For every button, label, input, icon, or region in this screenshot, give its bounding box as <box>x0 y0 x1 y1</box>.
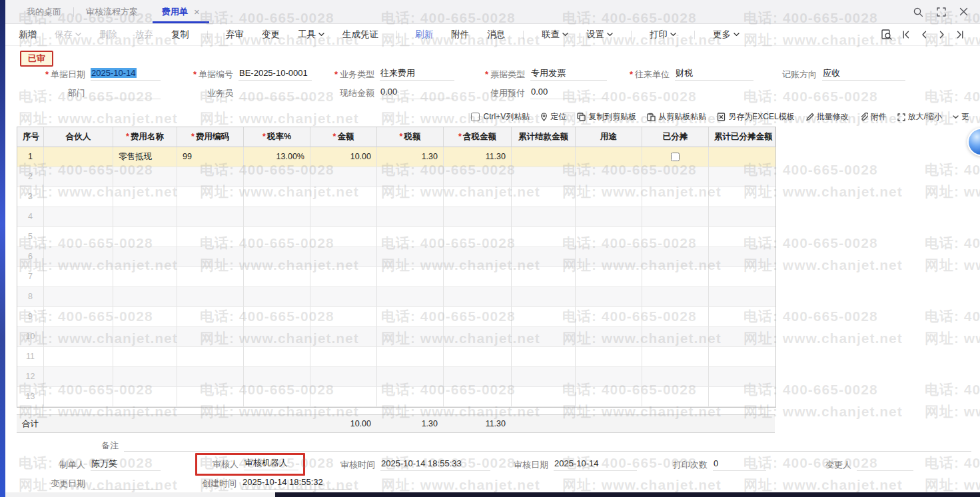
cell-allocated-total[interactable] <box>709 287 775 307</box>
cell-expense-name[interactable] <box>113 187 177 207</box>
field-creator[interactable]: 制单人陈万笑 <box>19 458 161 471</box>
grid-toolbar-zoom-toggle[interactable]: 放大/缩小 <box>897 111 942 123</box>
cell-allocated[interactable] <box>642 307 709 327</box>
cell-expense-name[interactable]: 零售抵现 <box>113 147 177 167</box>
cell-amount[interactable] <box>310 287 377 307</box>
cell-partner[interactable] <box>44 367 113 387</box>
last-page-icon[interactable] <box>956 31 964 39</box>
cell-seq[interactable]: 2 <box>17 167 44 187</box>
table-row-empty[interactable]: 11 <box>17 347 775 367</box>
cell-amount[interactable] <box>310 387 377 407</box>
cell-seq[interactable]: 9 <box>17 307 44 327</box>
cell-expense-name[interactable] <box>113 387 177 407</box>
cell-amount-with-tax[interactable] <box>444 347 512 367</box>
cell-seq[interactable]: 3 <box>17 187 44 207</box>
col-header-tax-rate[interactable]: *税率% <box>244 127 310 147</box>
cell-amount[interactable] <box>310 327 377 347</box>
scrollbar-thumb[interactable] <box>275 492 980 497</box>
field-audit-date-input[interactable]: 2025-10-14 <box>554 458 637 471</box>
cell-amount-with-tax[interactable] <box>444 267 512 287</box>
close-icon[interactable] <box>959 7 968 16</box>
cell-settled-total[interactable] <box>512 387 576 407</box>
cell-purpose[interactable] <box>576 387 642 407</box>
cell-settled-total[interactable] <box>512 367 576 387</box>
cell-expense-code[interactable] <box>177 387 244 407</box>
cell-partner[interactable] <box>44 387 113 407</box>
field-remark[interactable]: 备注 <box>19 438 971 452</box>
field-bill-no[interactable]: *单据编号BE-2025-10-0001 <box>167 67 312 81</box>
cell-purpose[interactable] <box>576 327 642 347</box>
cell-settled-total[interactable] <box>512 267 576 287</box>
toolbar-refresh-button[interactable]: 刷新 <box>415 29 433 41</box>
field-auditor[interactable]: 审核人审核机器人 <box>195 453 305 476</box>
field-invoice-type[interactable]: *票据类型专用发票 <box>458 67 607 81</box>
col-header-expense-name[interactable]: *费用名称 <box>113 127 177 147</box>
cell-amount-with-tax[interactable] <box>444 187 512 207</box>
toolbar-discard-button[interactable]: 放弃 <box>135 29 153 41</box>
cell-seq[interactable]: 13 <box>17 387 44 407</box>
cell-partner[interactable] <box>44 327 113 347</box>
cell-allocated[interactable] <box>642 147 709 167</box>
cell-expense-code[interactable] <box>177 247 244 267</box>
cell-tax[interactable] <box>377 187 444 207</box>
toolbar-copy-button[interactable]: 复制 <box>171 29 189 41</box>
cell-tax-rate[interactable] <box>244 187 310 207</box>
cell-seq[interactable]: 1 <box>17 147 44 167</box>
cell-amount[interactable]: 10.00 <box>310 147 377 167</box>
cell-expense-name[interactable] <box>113 287 177 307</box>
cell-amount[interactable] <box>310 267 377 287</box>
cell-tax[interactable] <box>377 227 444 247</box>
cell-amount[interactable] <box>310 347 377 367</box>
cell-expense-code[interactable] <box>177 227 244 247</box>
cell-tax-rate[interactable] <box>244 327 310 347</box>
table-row-empty[interactable]: 7 <box>17 267 775 287</box>
cell-expense-code[interactable] <box>177 327 244 347</box>
cell-settled-total[interactable] <box>512 347 576 367</box>
cell-amount-with-tax[interactable] <box>444 287 512 307</box>
cell-allocated[interactable] <box>642 267 709 287</box>
cell-amount-with-tax[interactable] <box>444 247 512 267</box>
field-print-count[interactable]: 打印次数0 <box>666 458 766 471</box>
grid-toolbar-copy-to-clipboard[interactable]: 复制到剪贴板 <box>577 111 636 123</box>
fullscreen-icon[interactable] <box>937 7 946 17</box>
cell-partner[interactable] <box>44 347 113 367</box>
field-cash-settle-amount[interactable]: 现结金额0.00 <box>308 86 454 99</box>
cell-allocated[interactable] <box>642 167 709 187</box>
ctrlv-column-paste-checkbox[interactable] <box>471 113 480 121</box>
cell-allocated-total[interactable] <box>709 167 775 187</box>
grid-toolbar-locate[interactable]: 定位 <box>540 111 566 123</box>
table-row-empty[interactable]: 13 <box>17 387 775 407</box>
field-prepaid-used[interactable]: 使用预付0.00 <box>458 86 607 99</box>
cell-partner[interactable] <box>44 187 113 207</box>
field-department[interactable]: 部门 <box>19 86 161 99</box>
field-bill-date[interactable]: *单据日期2025-10-14 <box>19 67 161 81</box>
cell-allocated[interactable] <box>642 207 709 227</box>
cell-purpose[interactable] <box>576 287 642 307</box>
field-auditor-input[interactable]: 审核机器人 <box>244 457 298 470</box>
cell-tax-rate[interactable] <box>244 207 310 227</box>
toolbar-change-button[interactable]: 变更 <box>262 29 280 41</box>
cell-amount-with-tax[interactable] <box>444 207 512 227</box>
cell-tax[interactable] <box>377 167 444 187</box>
cell-settled-total[interactable] <box>512 147 576 167</box>
cell-allocated[interactable] <box>642 367 709 387</box>
cell-tax-rate[interactable] <box>244 167 310 187</box>
cell-expense-name[interactable] <box>113 167 177 187</box>
toolbar-attachment-button[interactable]: 附件 <box>451 29 469 41</box>
cell-seq[interactable]: 12 <box>17 367 44 387</box>
table-row-empty[interactable]: 12 <box>17 367 775 387</box>
cell-expense-code[interactable] <box>177 347 244 367</box>
field-counterparty-input[interactable]: 财税 <box>675 67 753 81</box>
field-audit-date[interactable]: 审核日期2025-10-14 <box>505 458 637 471</box>
cell-settled-total[interactable] <box>512 307 576 327</box>
field-salesperson[interactable]: 业务员 <box>167 86 312 99</box>
field-department-input[interactable] <box>91 86 161 99</box>
col-header-settled-total[interactable]: 累计结款金额 <box>512 127 576 147</box>
cell-expense-name[interactable] <box>113 307 177 327</box>
cell-seq[interactable]: 8 <box>17 287 44 307</box>
cell-tax-rate[interactable] <box>244 307 310 327</box>
cell-seq[interactable]: 7 <box>17 267 44 287</box>
field-audit-time-input[interactable]: 2025-10-14 18:55:33 <box>380 458 490 471</box>
toolbar-unaudit-button[interactable]: 弃审 <box>226 29 244 41</box>
grid-toolbar-attachment[interactable]: 附件 <box>859 111 887 123</box>
